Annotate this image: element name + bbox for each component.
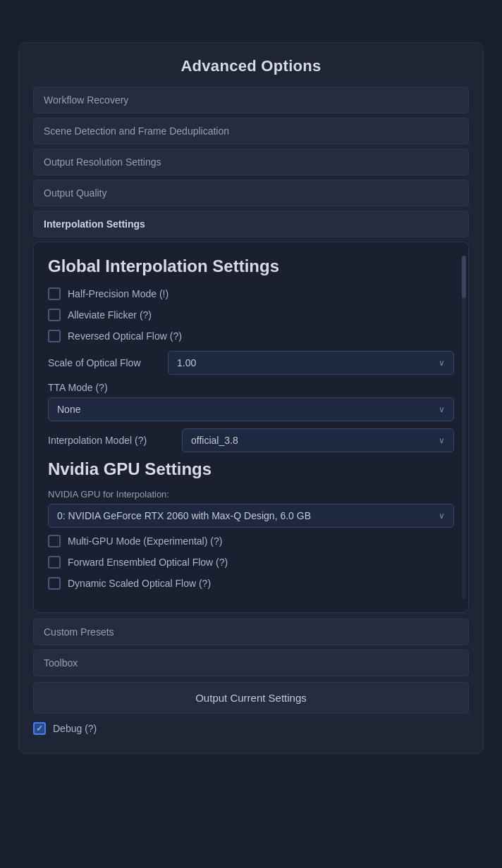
interpolation-model-value: official_3.8 (191, 435, 238, 446)
dynamic-scaled-row: Dynamic Scaled Optical Flow (?) (48, 577, 454, 590)
alleviate-flicker-row: Alleviate Flicker (?) (48, 309, 454, 321)
tta-mode-dropdown[interactable]: None ∨ (48, 397, 454, 421)
scrollbar-thumb[interactable] (462, 256, 466, 298)
tta-chevron-icon: ∨ (439, 404, 445, 414)
global-interpolation-panel: Global Interpolation Settings Half-Preci… (33, 242, 469, 613)
alleviate-flicker-checkbox[interactable] (48, 309, 61, 321)
interpolation-model-row: Interpolation Model (?) official_3.8 ∨ (48, 428, 454, 452)
half-precision-label: Half-Precision Mode (!) (68, 288, 169, 299)
dynamic-scaled-label: Dynamic Scaled Optical Flow (?) (68, 578, 211, 589)
section-toolbox[interactable]: Toolbox (33, 650, 469, 676)
tta-mode-label: TTA Mode (?) (48, 382, 454, 393)
forward-ensemble-label: Forward Ensembled Optical Flow (?) (68, 557, 228, 568)
global-interpolation-title: Global Interpolation Settings (48, 256, 454, 276)
gpu-value: 0: NVIDIA GeForce RTX 2060 with Max-Q De… (57, 510, 311, 521)
scale-optical-flow-value: 1.00 (177, 357, 196, 368)
bottom-buttons: Output Current Settings Debug (?) (33, 682, 469, 739)
multi-gpu-checkbox[interactable] (48, 535, 61, 547)
advanced-options-panel: Advanced Options Workflow Recovery Scene… (18, 42, 484, 754)
section-output-resolution[interactable]: Output Resolution Settings (33, 149, 469, 175)
scale-optical-flow-row: Scale of Optical Flow 1.00 ∨ (48, 351, 454, 375)
reversed-optical-flow-row: Reversed Optical Flow (?) (48, 330, 454, 342)
multi-gpu-row: Multi-GPU Mode (Experimental) (?) (48, 535, 454, 547)
interpolation-model-dropdown[interactable]: official_3.8 ∨ (182, 428, 454, 452)
half-precision-checkbox[interactable] (48, 287, 61, 300)
dynamic-scaled-checkbox[interactable] (48, 577, 61, 590)
section-scene-detection[interactable]: Scene Detection and Frame Deduplication (33, 118, 469, 144)
gpu-chevron-icon: ∨ (439, 511, 445, 521)
interp-chevron-icon: ∨ (439, 435, 445, 445)
scale-optical-flow-label: Scale of Optical Flow (48, 357, 161, 368)
output-current-settings-button[interactable]: Output Current Settings (33, 682, 469, 714)
debug-row: Debug (?) (33, 718, 469, 739)
interpolation-model-label: Interpolation Model (?) (48, 435, 175, 446)
section-output-quality[interactable]: Output Quality (33, 180, 469, 206)
alleviate-flicker-label: Alleviate Flicker (?) (68, 309, 152, 321)
multi-gpu-label: Multi-GPU Mode (Experimental) (?) (68, 535, 222, 547)
tta-mode-value: None (57, 404, 80, 415)
debug-checkbox[interactable] (33, 722, 46, 735)
forward-ensemble-row: Forward Ensembled Optical Flow (?) (48, 556, 454, 569)
section-custom-presets[interactable]: Custom Presets (33, 619, 469, 645)
scrollbar-track[interactable] (462, 256, 466, 599)
reversed-optical-flow-checkbox[interactable] (48, 330, 61, 342)
gpu-dropdown[interactable]: 0: NVIDIA GeForce RTX 2060 with Max-Q De… (48, 504, 454, 528)
panel-title: Advanced Options (33, 57, 469, 75)
section-workflow-recovery[interactable]: Workflow Recovery (33, 87, 469, 113)
reversed-optical-flow-label: Reversed Optical Flow (?) (68, 330, 182, 342)
section-interpolation-settings[interactable]: Interpolation Settings (33, 211, 469, 237)
half-precision-row: Half-Precision Mode (!) (48, 287, 454, 300)
debug-label: Debug (?) (53, 723, 97, 734)
gpu-label: NVIDIA GPU for Interpolation: (48, 489, 454, 500)
scale-chevron-icon: ∨ (439, 358, 445, 368)
nvidia-gpu-title: Nvidia GPU Settings (48, 459, 454, 479)
scale-optical-flow-dropdown[interactable]: 1.00 ∨ (168, 351, 454, 375)
forward-ensemble-checkbox[interactable] (48, 556, 61, 569)
